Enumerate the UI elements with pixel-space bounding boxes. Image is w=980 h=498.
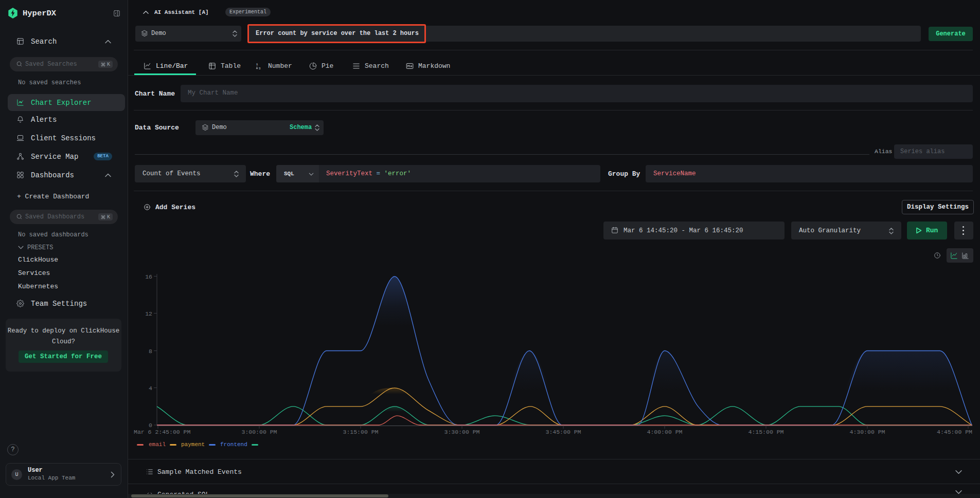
svg-text:3: 3 [259, 67, 261, 70]
svg-text:3:30:00 PM: 3:30:00 PM [444, 429, 479, 435]
svg-text:4:45:00 PM: 4:45:00 PM [937, 429, 972, 435]
svg-text:4: 4 [149, 385, 152, 392]
svg-text:0: 0 [149, 422, 152, 429]
svg-text:4:30:00 PM: 4:30:00 PM [849, 429, 885, 435]
svg-text:12: 12 [145, 310, 152, 317]
svg-text:3:15:00 PM: 3:15:00 PM [343, 429, 378, 435]
svg-text:3:45:00 PM: 3:45:00 PM [545, 429, 581, 435]
svg-text:4:15:00 PM: 4:15:00 PM [748, 429, 783, 435]
svg-text:Mar 6 2:45:00 PM: Mar 6 2:45:00 PM [134, 429, 191, 435]
svg-text:4:00:00 PM: 4:00:00 PM [647, 429, 682, 435]
svg-text:8: 8 [149, 348, 152, 355]
svg-text:1: 1 [256, 63, 258, 66]
svg-text:3:00:00 PM: 3:00:00 PM [241, 429, 277, 435]
svg-text:16: 16 [145, 273, 152, 280]
